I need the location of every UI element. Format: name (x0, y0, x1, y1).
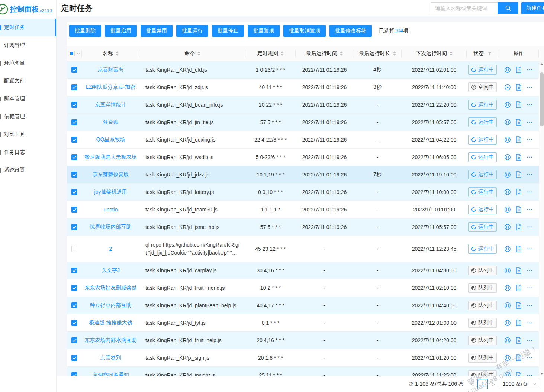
row-checkbox[interactable] (71, 102, 77, 108)
search-button[interactable] (498, 2, 518, 14)
sort-icon[interactable] (281, 51, 284, 56)
log-file-icon[interactable] (516, 206, 522, 213)
more-actions-icon[interactable]: ··· (527, 338, 533, 342)
more-actions-icon[interactable]: ··· (527, 269, 533, 272)
row-checkbox[interactable] (71, 302, 77, 308)
column-header-last-run-time[interactable]: 最后运行时间 (296, 46, 353, 61)
batch-button-2[interactable]: 批量启用 (105, 25, 137, 37)
more-actions-icon[interactable]: ··· (527, 208, 533, 211)
log-file-icon[interactable] (516, 84, 522, 91)
column-header-command[interactable]: 命令 (139, 46, 245, 61)
sidebar-item-1[interactable]: 定时任务 (0, 19, 56, 36)
task-name-link[interactable]: 东东农场内部水滴互助 (85, 337, 137, 344)
search-input[interactable] (431, 2, 498, 14)
log-file-icon[interactable] (516, 285, 522, 291)
more-actions-icon[interactable]: ··· (527, 373, 533, 376)
row-checkbox[interactable] (71, 84, 77, 90)
pause-circle-icon[interactable] (504, 302, 511, 309)
more-actions-icon[interactable]: ··· (527, 173, 533, 176)
task-name-link[interactable]: 京豆详情统计 (95, 101, 126, 108)
scrollbar-thumb[interactable] (540, 72, 544, 126)
more-actions-icon[interactable]: ··· (527, 190, 533, 194)
batch-button-8[interactable]: 批量修改标签 (329, 25, 372, 37)
row-checkbox[interactable] (71, 268, 77, 273)
pause-circle-icon[interactable] (504, 267, 511, 274)
pause-circle-icon[interactable] (504, 189, 511, 195)
batch-button-3[interactable]: 批量禁用 (141, 25, 173, 37)
sidebar-item-4[interactable]: 配置文件 (0, 72, 56, 90)
row-checkbox[interactable] (71, 246, 77, 252)
pagination-prev-button[interactable]: < (470, 382, 474, 387)
more-actions-icon[interactable]: ··· (527, 286, 533, 290)
pause-circle-icon[interactable] (504, 320, 511, 326)
row-checkbox[interactable] (71, 355, 77, 361)
table-scrollbar[interactable] (539, 61, 544, 376)
pause-circle-icon[interactable] (504, 337, 511, 344)
column-header-last-duration[interactable]: 最后运行时长 (353, 46, 402, 61)
more-actions-icon[interactable]: ··· (527, 103, 533, 107)
column-header-next-run-time[interactable]: 下次运行时间 (402, 46, 467, 61)
batch-button-1[interactable]: 批量删除 (69, 25, 101, 37)
pause-circle-icon[interactable] (504, 285, 511, 291)
select-all-checkbox[interactable] (69, 51, 75, 56)
task-name-link[interactable]: 惊喜牧场内部互助 (90, 224, 132, 230)
batch-button-6[interactable]: 批量置顶 (248, 25, 280, 37)
more-actions-icon[interactable]: ··· (527, 247, 533, 251)
row-checkbox[interactable] (71, 337, 77, 343)
log-file-icon[interactable] (516, 189, 522, 195)
sidebar-item-7[interactable]: 对比工具 (0, 126, 56, 143)
sort-icon[interactable] (340, 51, 343, 56)
sidebar-item-8[interactable]: 任务日志 (0, 143, 56, 161)
batch-button-5[interactable]: 批量停止 (212, 25, 244, 37)
sort-icon[interactable] (197, 51, 200, 56)
more-actions-icon[interactable]: ··· (527, 225, 533, 229)
pause-circle-icon[interactable] (504, 136, 511, 143)
log-file-icon[interactable] (516, 154, 522, 161)
task-name-link[interactable]: 京洞察问卷通知 (93, 372, 129, 376)
sidebar-item-9[interactable]: 系统设置 (0, 161, 56, 179)
batch-button-4[interactable]: 批量运行 (176, 25, 208, 37)
row-checkbox[interactable] (71, 372, 77, 376)
sort-icon[interactable] (116, 51, 119, 56)
more-actions-icon[interactable]: ··· (527, 304, 533, 307)
pause-circle-icon[interactable] (504, 224, 511, 230)
pagination-page-1[interactable]: 1 (477, 379, 488, 389)
scrollbar-up-arrow-icon[interactable] (539, 61, 544, 67)
sort-icon[interactable] (450, 51, 453, 56)
column-header-cron[interactable]: 定时规则 (245, 46, 296, 61)
log-file-icon[interactable] (516, 67, 522, 73)
pause-circle-icon[interactable] (504, 246, 511, 252)
more-actions-icon[interactable]: ··· (527, 356, 533, 360)
row-checkbox[interactable] (71, 172, 77, 178)
task-name-link[interactable]: 京喜财富岛 (98, 67, 124, 73)
new-task-button[interactable]: 新建任务 (521, 2, 544, 14)
column-header-status[interactable]: 状态 (467, 46, 498, 61)
page-size-select[interactable]: 1000 条/页 (499, 379, 540, 389)
pause-circle-icon[interactable] (504, 171, 511, 178)
task-name-link[interactable]: QQ星系牧场 (96, 136, 125, 143)
sidebar-item-6[interactable]: 依赖管理 (0, 108, 56, 126)
pause-circle-icon[interactable] (504, 154, 511, 161)
pause-circle-icon[interactable] (504, 372, 511, 376)
log-file-icon[interactable] (516, 171, 522, 178)
pause-circle-icon[interactable] (504, 101, 511, 108)
row-checkbox[interactable] (71, 224, 77, 230)
column-header-name[interactable]: 名称 (82, 46, 139, 61)
task-name-link[interactable]: 领金贴 (103, 119, 119, 126)
task-name-link[interactable]: 东东农场好友删减奖励 (85, 285, 137, 291)
log-file-icon[interactable] (516, 119, 522, 126)
row-checkbox[interactable] (71, 137, 77, 143)
more-actions-icon[interactable]: ··· (527, 85, 533, 89)
pause-circle-icon[interactable] (504, 206, 511, 213)
more-actions-icon[interactable]: ··· (527, 321, 533, 325)
log-file-icon[interactable] (516, 302, 522, 309)
log-file-icon[interactable] (516, 224, 522, 230)
row-checkbox[interactable] (71, 67, 77, 73)
task-name-link[interactable]: 2 (109, 246, 112, 252)
log-file-icon[interactable] (516, 337, 522, 344)
task-name-link[interactable]: 京东赚赚修复版 (93, 171, 129, 178)
row-checkbox[interactable] (71, 119, 77, 125)
row-checkbox[interactable] (71, 189, 77, 195)
more-actions-icon[interactable]: ··· (527, 68, 533, 72)
row-checkbox[interactable] (71, 320, 77, 326)
